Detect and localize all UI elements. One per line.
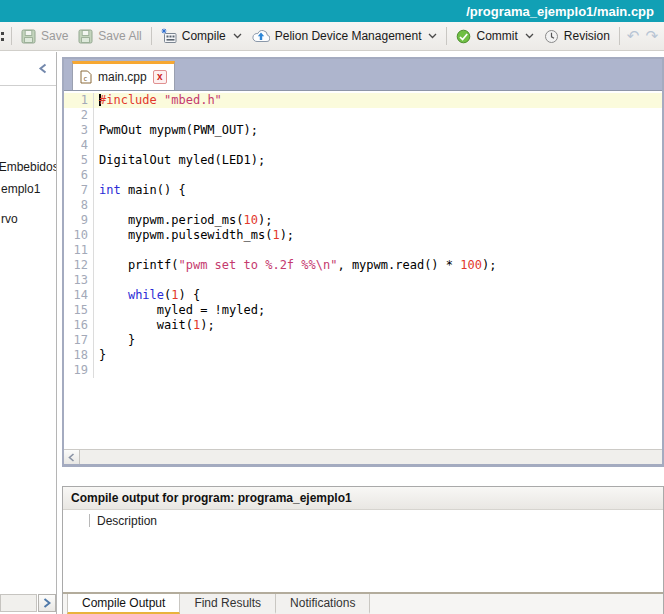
line-number: 11 <box>64 243 94 258</box>
save-all-button[interactable]: Save All <box>73 26 146 47</box>
pelion-device-management-button[interactable]: Pelion Device Management <box>247 26 443 46</box>
line-number: 6 <box>64 168 94 183</box>
code-line-16[interactable]: 16 wait(1); <box>64 318 662 333</box>
line-number: 7 <box>64 183 94 198</box>
chevron-down-icon <box>233 33 242 39</box>
code-line-7[interactable]: 7int main() { <box>64 183 662 198</box>
output-column-header-row: Description <box>63 510 663 531</box>
revision-button[interactable]: Revision <box>539 26 615 47</box>
code-line-11[interactable]: 11 <box>64 243 662 258</box>
content-column: c main.cpp x 1#include "mbed.h"23PwmOut … <box>57 52 664 614</box>
code-line-13[interactable]: 13 <box>64 273 662 288</box>
code-text <box>94 243 99 258</box>
code-line-3[interactable]: 3PwmOut mypwm(PWM_OUT); <box>64 123 662 138</box>
panel-gap <box>62 467 664 486</box>
line-number: 3 <box>64 123 94 138</box>
clock-icon <box>544 29 559 44</box>
open-file-path: /programa_ejemplo1/main.cpp <box>466 4 654 19</box>
code-line-18[interactable]: 18} <box>64 348 662 363</box>
title-bar: /programa_ejemplo1/main.cpp <box>0 0 664 22</box>
code-line-4[interactable]: 4 <box>64 138 662 153</box>
tree-item-servo[interactable]: rvo <box>1 212 18 226</box>
code-text: wait(1); <box>94 318 215 333</box>
code-lines: 1#include "mbed.h"23PwmOut mypwm(PWM_OUT… <box>64 93 662 378</box>
save-button[interactable]: Save <box>16 26 73 47</box>
workspace-sidebar: _Embebidos emplo1 rvo <box>0 52 57 614</box>
bottom-tab-bar: Compile Output Find Results Notification… <box>63 592 663 614</box>
chevron-down-icon <box>525 33 534 39</box>
code-line-14[interactable]: 14 while(1) { <box>64 288 662 303</box>
file-icon-letter: c <box>83 75 87 83</box>
editor-hscrollbar[interactable] <box>64 449 662 464</box>
code-text: PwmOut mypwm(PWM_OUT); <box>94 123 258 138</box>
compile-icon <box>161 28 177 44</box>
code-line-10[interactable]: 10 mypwm.pulsewidth_ms(1); <box>64 228 662 243</box>
line-number: 1 <box>64 93 94 108</box>
line-number: 13 <box>64 273 94 288</box>
tab-notifications[interactable]: Notifications <box>276 594 370 614</box>
line-number: 18 <box>64 348 94 363</box>
code-line-5[interactable]: 5DigitalOut myled(LED1); <box>64 153 662 168</box>
compile-output-title: Compile output for program: programa_eje… <box>71 491 352 505</box>
editor-panel: c main.cpp x 1#include "mbed.h"23PwmOut … <box>62 57 664 467</box>
line-number: 15 <box>64 303 94 318</box>
line-number: 9 <box>64 213 94 228</box>
code-text: while(1) { <box>94 288 200 303</box>
line-number: 19 <box>64 363 94 378</box>
tree-item-ejemplo1[interactable]: emplo1 <box>1 182 40 196</box>
code-text <box>94 198 99 213</box>
redo-icon[interactable]: ↷ <box>642 27 661 45</box>
code-editor[interactable]: 1#include "mbed.h"23PwmOut mypwm(PWM_OUT… <box>64 91 662 449</box>
column-separator <box>89 514 90 527</box>
code-text: } <box>94 333 135 348</box>
editor-tab-strip: c main.cpp x <box>64 59 662 91</box>
code-line-17[interactable]: 17 } <box>64 333 662 348</box>
compile-label: Compile <box>182 29 226 43</box>
pelion-label: Pelion Device Management <box>275 29 422 43</box>
line-number: 14 <box>64 288 94 303</box>
sidebar-hscrollbar[interactable] <box>0 594 56 612</box>
code-line-15[interactable]: 15 myled = !myled; <box>64 303 662 318</box>
compile-output-body <box>63 531 663 592</box>
code-text <box>94 168 99 183</box>
code-line-9[interactable]: 9 mypwm.period_ms(10); <box>64 213 662 228</box>
collapse-sidebar-icon[interactable] <box>38 63 47 74</box>
code-line-8[interactable]: 8 <box>64 198 662 213</box>
toolbar: Save Save All Compile <box>0 22 664 51</box>
code-text: printf("pwm set to %.2f %%\n", mypwm.rea… <box>94 258 496 273</box>
line-number: 8 <box>64 198 94 213</box>
save-label: Save <box>41 29 68 43</box>
tab-find-results[interactable]: Find Results <box>180 594 276 614</box>
code-text <box>94 138 99 153</box>
line-number: 17 <box>64 333 94 348</box>
code-line-6[interactable]: 6 <box>64 168 662 183</box>
main-area: _Embebidos emplo1 rvo c <box>0 52 664 614</box>
save-all-label: Save All <box>98 29 141 43</box>
chevron-down-icon <box>428 33 437 39</box>
toolbar-separator <box>11 27 12 45</box>
commit-button[interactable]: Commit <box>451 26 538 47</box>
scroll-left-button[interactable] <box>64 450 80 464</box>
code-line-1[interactable]: 1#include "mbed.h" <box>64 93 662 108</box>
line-number: 12 <box>64 258 94 273</box>
undo-icon[interactable]: ↶ <box>624 27 643 45</box>
code-text <box>94 273 99 288</box>
scroll-right-button[interactable] <box>38 594 56 612</box>
scrollbar-track[interactable] <box>0 594 37 612</box>
code-line-12[interactable]: 12 printf("pwm set to %.2f %%\n", mypwm.… <box>64 258 662 273</box>
tab-main-cpp[interactable]: c main.cpp x <box>72 61 175 90</box>
tab-compile-output[interactable]: Compile Output <box>67 594 180 614</box>
cloud-upload-icon <box>252 29 270 43</box>
line-number: 5 <box>64 153 94 168</box>
code-line-19[interactable]: 19 <box>64 363 662 378</box>
commit-icon <box>456 29 471 44</box>
code-line-2[interactable]: 2 <box>64 108 662 123</box>
code-text: mypwm.pulsewidth_ms(1); <box>94 228 294 243</box>
compile-output-header: Compile output for program: programa_eje… <box>63 487 663 510</box>
clipped-toolbar-button[interactable] <box>0 29 7 43</box>
tree-item-embebidos[interactable]: _Embebidos <box>0 160 57 174</box>
commit-label: Commit <box>476 29 517 43</box>
compile-button[interactable]: Compile <box>156 25 247 47</box>
cpp-file-icon: c <box>80 70 92 84</box>
close-tab-icon[interactable]: x <box>153 70 167 84</box>
